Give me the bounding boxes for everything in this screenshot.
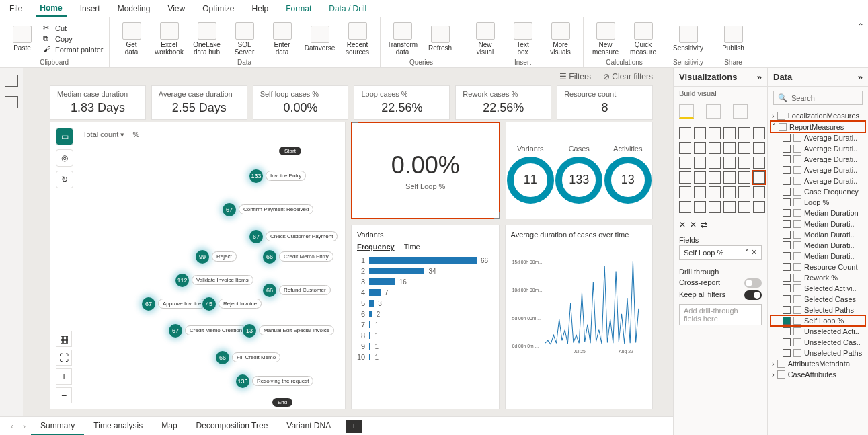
pm-node-11[interactable]: Fill Credit Memo: [232, 352, 280, 362]
tab-nav-prev[interactable]: ‹: [7, 422, 17, 431]
variant-bar-row-5[interactable]: 62: [357, 310, 494, 318]
drill-through-well[interactable]: Add drill-through fields here: [679, 304, 762, 325]
variants-visual[interactable]: Variants Frequency Time 1662343164753627…: [351, 225, 500, 409]
field-checkbox[interactable]: [783, 274, 791, 282]
viz-type-5[interactable]: [753, 127, 765, 139]
page-tab-summary[interactable]: Summary: [31, 417, 84, 436]
cut-button[interactable]: ✂Cut: [43, 24, 104, 33]
data-field-2[interactable]: Average Durati..: [771, 154, 865, 165]
data-field-0[interactable]: Average Durati..: [771, 132, 865, 143]
data-field-5[interactable]: Case Frequency: [771, 186, 865, 197]
report-view-button[interactable]: [5, 75, 18, 87]
viz-type-13[interactable]: [694, 157, 706, 169]
viz-type-20[interactable]: [709, 171, 721, 184]
pm-node-4[interactable]: Credit Memo Entry: [279, 251, 333, 262]
pm-node-0[interactable]: Invoice Entry: [266, 171, 306, 181]
viz-type-21[interactable]: [723, 171, 736, 184]
data-field-1[interactable]: Average Durati..: [771, 143, 865, 154]
keep-filters-toggle[interactable]: [744, 290, 762, 300]
model-view-button[interactable]: [5, 96, 18, 108]
field-checkbox[interactable]: [783, 231, 791, 239]
variant-bar-row-7[interactable]: 81: [357, 331, 494, 340]
data-table-LocalizationMeasures[interactable]: ›LocalizationMeasures: [771, 110, 865, 121]
viz-type-27[interactable]: [723, 186, 736, 198]
viz-field-remove[interactable]: ˅ ✕: [745, 248, 757, 257]
pm-node-12[interactable]: Resolving the request: [252, 376, 313, 386]
field-checkbox[interactable]: [783, 317, 791, 325]
data-3-button[interactable]: SQLServer: [228, 20, 262, 57]
menu-optimize[interactable]: Optimize: [198, 1, 238, 16]
data-field-4[interactable]: Average Durati..: [771, 175, 865, 186]
insert-2-button[interactable]: Morevisuals: [544, 20, 578, 57]
field-checkbox[interactable]: [783, 295, 791, 303]
viz-tab-format[interactable]: [706, 104, 721, 119]
field-checkbox[interactable]: [783, 145, 791, 153]
data-field-18[interactable]: Unselected Acti..: [771, 326, 865, 337]
kpi-card-1[interactable]: Average case duration2.55 Days: [151, 85, 247, 120]
viz-type-30[interactable]: [679, 201, 691, 213]
viz-type-23[interactable]: [753, 171, 765, 184]
field-checkbox[interactable]: [783, 220, 791, 228]
viz-type-11[interactable]: [753, 142, 765, 154]
field-checkbox[interactable]: [783, 252, 791, 260]
viz-type-35[interactable]: [753, 201, 765, 213]
field-checkbox[interactable]: [783, 241, 791, 249]
filters-button[interactable]: ☰ Filters: [559, 72, 591, 81]
data-5-button[interactable]: Dataverse: [303, 20, 337, 57]
process-map-visual[interactable]: ▭ ◎ ↻ Total count ▾ % ▦ ⛶ + − Start End …: [50, 122, 346, 409]
variants-tab-frequency[interactable]: Frequency: [357, 243, 395, 251]
data-field-14[interactable]: Selected Activi..: [771, 283, 865, 294]
variant-bar-row-6[interactable]: 71: [357, 321, 494, 329]
variant-bar-row-0[interactable]: 166: [357, 256, 494, 264]
data-field-9[interactable]: Median Durati..: [771, 229, 865, 240]
data-field-3[interactable]: Average Durati..: [771, 165, 865, 175]
data-field-11[interactable]: Median Durati..: [771, 251, 865, 262]
pm-node-2[interactable]: Check Customer Payment: [266, 231, 338, 241]
viz-tool-3[interactable]: ⇄: [701, 220, 707, 229]
data-pane-collapse[interactable]: »: [858, 72, 863, 82]
viz-type-7[interactable]: [694, 142, 706, 154]
pm-node-10[interactable]: Manual Edit Special Invoice: [259, 325, 334, 335]
insert-1-button[interactable]: Textbox: [506, 20, 540, 57]
viz-type-2[interactable]: [709, 127, 721, 139]
menu-view[interactable]: View: [163, 1, 189, 16]
field-checkbox[interactable]: [783, 349, 791, 357]
data-6-button[interactable]: Recentsources: [341, 20, 374, 57]
pm-node-1[interactable]: Confirm Payment Received: [239, 204, 313, 214]
data-field-15[interactable]: Selected Cases: [771, 294, 865, 305]
viz-tool-2[interactable]: ✕: [690, 220, 697, 229]
viz-tab-analytics[interactable]: [733, 104, 748, 119]
variant-bar-row-3[interactable]: 47: [357, 288, 494, 296]
viz-type-22[interactable]: [738, 171, 750, 184]
data-0-button[interactable]: Getdata: [115, 20, 149, 57]
viz-type-3[interactable]: [723, 127, 736, 139]
menu-data-drill[interactable]: Data / Drill: [325, 1, 370, 16]
pm-node-5[interactable]: Validate Invoice Items: [192, 275, 253, 285]
field-checkbox[interactable]: [783, 166, 791, 174]
page-tab-time-analysis[interactable]: Time analysis: [84, 417, 152, 436]
queries-0-button[interactable]: Transformdata: [386, 20, 420, 57]
publish-button[interactable]: Publish: [717, 20, 750, 57]
field-checkbox[interactable]: [783, 263, 791, 271]
viz-type-33[interactable]: [723, 201, 736, 213]
pm-zoom-in-button[interactable]: +: [56, 368, 72, 385]
viz-type-9[interactable]: [723, 142, 736, 154]
data-field-6[interactable]: Loop %: [771, 197, 865, 208]
field-checkbox[interactable]: [783, 188, 791, 196]
pm-node-6[interactable]: Refund Customer: [279, 285, 331, 295]
data-field-16[interactable]: Selected Paths: [771, 305, 865, 315]
data-search-input[interactable]: 🔍Search: [773, 91, 863, 105]
viz-type-17[interactable]: [753, 157, 765, 169]
menu-insert[interactable]: Insert: [76, 1, 104, 16]
viz-type-4[interactable]: [738, 127, 750, 139]
viz-type-28[interactable]: [738, 186, 750, 198]
self-loop-card-visual[interactable]: 0.00% Self Loop %: [351, 122, 500, 219]
variant-bar-row-9[interactable]: 101: [357, 353, 494, 361]
data-2-button[interactable]: OneLakedata hub: [190, 20, 224, 57]
variant-bar-row-2[interactable]: 316: [357, 278, 494, 286]
menu-file[interactable]: File: [5, 1, 26, 16]
kpi-card-5[interactable]: Resource count8: [557, 85, 653, 120]
field-checkbox[interactable]: [783, 134, 791, 142]
field-checkbox[interactable]: [783, 209, 791, 217]
variants-tab-time[interactable]: Time: [404, 243, 420, 251]
